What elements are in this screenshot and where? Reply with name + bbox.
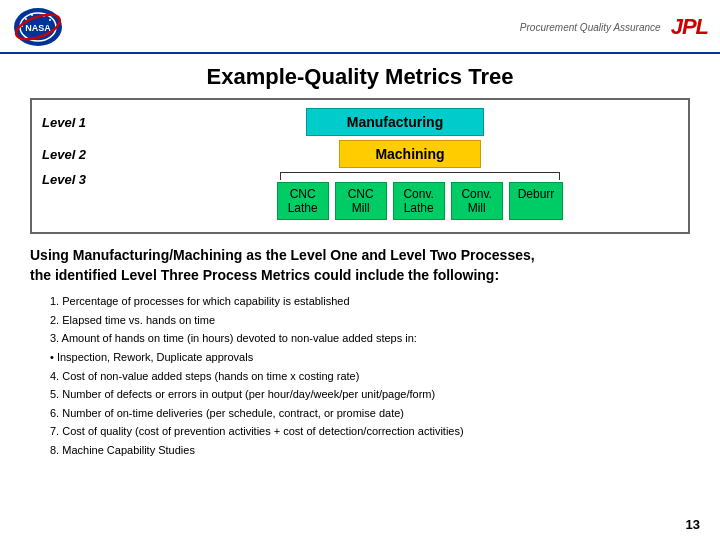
level3-content: CNCLathe CNCMill Conv.Lathe Conv.Mill De… bbox=[112, 172, 678, 220]
list-item: 5. Number of defects or errors in output… bbox=[50, 386, 690, 404]
level3-row: Level 3 CNCLathe CNCMill Conv.Lathe Conv… bbox=[42, 172, 678, 220]
level2-label: Level 2 bbox=[42, 147, 112, 162]
level1-content: Manufacturing bbox=[112, 108, 678, 136]
svg-point-3 bbox=[31, 14, 33, 16]
level3-boxes-wrapper: CNCLathe CNCMill Conv.Lathe Conv.Mill De… bbox=[277, 172, 564, 220]
list-item: 7. Cost of quality (cost of prevention a… bbox=[50, 423, 690, 441]
header-subtitle: Procurement Quality Assurance bbox=[64, 22, 671, 33]
list-item: 2. Elapsed time vs. hands on time bbox=[50, 312, 690, 330]
page-number: 13 bbox=[686, 517, 700, 532]
level3-label: Level 3 bbox=[42, 172, 112, 187]
list-item: • Inspection, Rework, Duplicate approval… bbox=[50, 349, 690, 367]
body-section: Using Manufacturing/Machining as the Lev… bbox=[30, 246, 690, 460]
level1-row: Level 1 Manufacturing bbox=[42, 108, 678, 136]
level3-box-cnc-mill: CNCMill bbox=[335, 182, 387, 220]
level1-label: Level 1 bbox=[42, 115, 112, 130]
list-item: 6. Number of on-time deliveries (per sch… bbox=[50, 405, 690, 423]
list-item: 4. Cost of non-value added steps (hands … bbox=[50, 368, 690, 386]
header: NASA Procurement Quality Assurance JPL bbox=[0, 0, 720, 54]
list-item: 1. Percentage of processes for which cap… bbox=[50, 293, 690, 311]
level3-box-conv-lathe: Conv.Lathe bbox=[393, 182, 445, 220]
level1-box: Manufacturing bbox=[306, 108, 484, 136]
tree-diagram: Level 1 Manufacturing Level 2 Machining … bbox=[30, 98, 690, 234]
list-item: 8. Machine Capability Studies bbox=[50, 442, 690, 460]
level3-box-cnc-lathe: CNCLathe bbox=[277, 182, 329, 220]
page-title: Example-Quality Metrics Tree bbox=[0, 54, 720, 98]
level3-boxes: CNCLathe CNCMill Conv.Lathe Conv.Mill De… bbox=[277, 182, 564, 220]
svg-text:NASA: NASA bbox=[25, 23, 51, 33]
level2-box: Machining bbox=[339, 140, 480, 168]
jpl-logo: JPL bbox=[671, 14, 708, 40]
level3-box-conv-mill: Conv.Mill bbox=[451, 182, 503, 220]
level2-row: Level 2 Machining bbox=[42, 140, 678, 168]
body-main-text: Using Manufacturing/Machining as the Lev… bbox=[30, 246, 690, 285]
svg-point-5 bbox=[49, 19, 51, 21]
nasa-logo-icon: NASA bbox=[12, 6, 64, 48]
list-item: 3. Amount of hands on time (in hours) de… bbox=[50, 330, 690, 348]
connector-line bbox=[280, 172, 560, 180]
level3-box-deburr: Deburr bbox=[509, 182, 564, 220]
svg-point-2 bbox=[25, 18, 27, 20]
level2-content: Machining bbox=[112, 140, 678, 168]
body-list: 1. Percentage of processes for which cap… bbox=[50, 293, 690, 459]
